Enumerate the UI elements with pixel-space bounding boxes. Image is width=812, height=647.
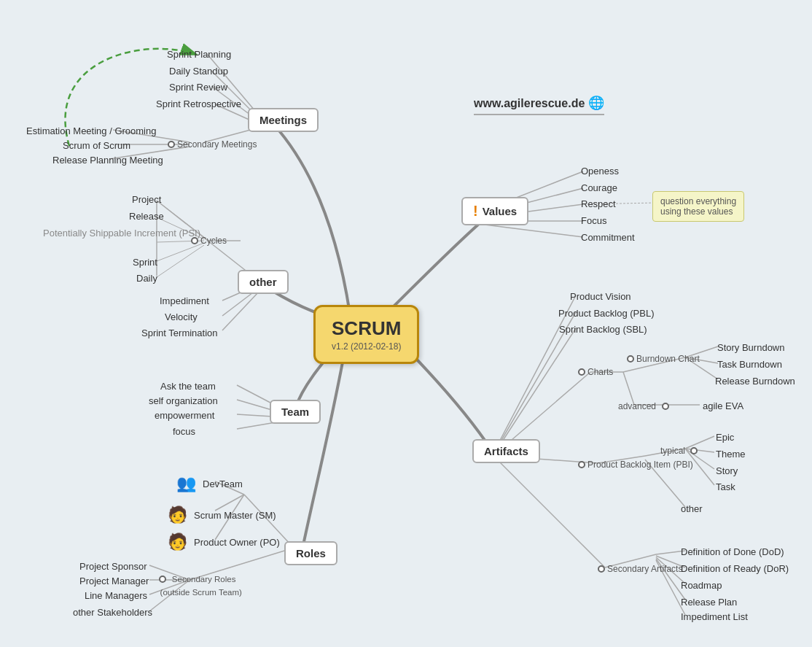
charts-connector: Charts: [578, 365, 613, 378]
line-managers: Line Managers: [82, 589, 150, 603]
story: Story: [713, 464, 741, 478]
ask-team: Ask the team: [157, 379, 219, 393]
cycle-project: Project: [129, 193, 164, 206]
center-label: SCRUM v1.2 (2012-02-18): [313, 305, 419, 364]
sprint-backlog-sbl: Sprint Backlog (SBL): [556, 322, 650, 336]
secondary-artifacts-connector: Secondary Artifacts: [598, 562, 682, 575]
pbi-other: other: [678, 502, 706, 516]
sprint-review: Sprint Review: [166, 80, 230, 94]
scrum-title: SCRUM: [332, 317, 401, 339]
scrum-of-scrum: Scrum of Scrum: [60, 139, 133, 152]
sprint-planning: Sprint Planning: [164, 47, 234, 61]
self-org: self organization: [146, 394, 221, 408]
scrum-version: v1.2 (2012-02-18): [332, 341, 401, 352]
estimation-meeting: Estimation Meeting / Grooming: [23, 124, 159, 138]
po-icon: 🧑: [168, 532, 187, 551]
artifacts-label: Artifacts: [484, 445, 528, 457]
release-planning: Release Planning Meeting: [50, 153, 166, 167]
roles-label: Roles: [296, 547, 326, 559]
typical-connector: typical: [660, 443, 700, 457]
openess: Openess: [578, 164, 622, 178]
svg-line-13: [485, 225, 583, 237]
devteam-icon: 👥: [176, 474, 196, 493]
velocity: Velocity: [162, 310, 200, 324]
story-burndown: Story Burndown: [714, 341, 788, 355]
cycle-sprint: Sprint: [130, 255, 160, 269]
dor: Definition of Ready (DoR): [678, 562, 792, 576]
burndown-connector: Burndown Chart: [627, 352, 700, 365]
values-note: question everythingusing these values: [652, 191, 744, 222]
svg-line-25: [222, 292, 259, 330]
advanced-connector: advanced: [618, 399, 671, 412]
meetings-branch: Meetings: [248, 108, 319, 132]
product-owner: 🧑 Product Owner (PO): [168, 532, 283, 551]
dod: Definition of Done (DoD): [678, 545, 787, 559]
scrum-master: 🧑 Scrum Master (SM): [168, 505, 279, 524]
product-backlog-pbl: Product Backlog (PBL): [555, 306, 657, 320]
focus-team: focus: [170, 425, 198, 438]
other-branch: other: [238, 270, 289, 294]
secondary-roles-connector: Secondary Roles (outside Scrum Team): [153, 572, 242, 598]
other-stakeholders: other Stakeholders: [70, 605, 155, 619]
roadmap: Roadmap: [678, 578, 725, 592]
svg-line-41: [496, 328, 576, 452]
svg-line-70: [157, 245, 204, 277]
sprint-termination: Sprint Termination: [138, 326, 221, 340]
cycle-psi: Potentially Shippable Increment (PSI): [40, 226, 203, 240]
other-label: other: [249, 276, 277, 288]
courage: Courage: [578, 181, 620, 195]
task-pbi: Task: [713, 480, 738, 494]
devteam: 👥 DevTeam: [176, 474, 246, 493]
daily-standup: Daily Standup: [166, 64, 231, 78]
team-branch: Team: [270, 400, 321, 424]
secondary-meetings-connector: Secondary Meetings: [168, 137, 257, 150]
values-branch: ! Values: [461, 197, 528, 225]
epic: Epic: [713, 430, 737, 444]
meetings-label: Meetings: [259, 114, 307, 126]
respect: Respect: [578, 197, 619, 211]
center-node: SCRUM v1.2 (2012-02-18): [313, 305, 419, 364]
svg-line-59: [496, 458, 605, 567]
task-burndown: Task Burndown: [714, 357, 785, 371]
pbi-connector: Product Backlog Item (PBI): [578, 457, 693, 470]
team-label: Team: [281, 406, 309, 418]
cycle-daily: Daily: [133, 271, 160, 285]
sprint-retrospective: Sprint Retrospective: [153, 97, 244, 111]
impediment: Impediment: [157, 294, 212, 308]
values-label: Values: [483, 205, 518, 217]
focus-val: Focus: [578, 214, 609, 228]
product-vision: Product Vision: [567, 290, 634, 303]
release-plan: Release Plan: [678, 595, 740, 609]
project-sponsor: Project Sponsor: [77, 559, 150, 573]
mindmap: SCRUM v1.2 (2012-02-18) www.agilerescue.…: [0, 0, 812, 647]
artifacts-branch: Artifacts: [472, 439, 540, 463]
cycle-release: Release: [126, 209, 167, 223]
agile-eva: agile EVA: [700, 399, 746, 413]
commitment: Commitment: [578, 230, 638, 244]
empowerment: empowerment: [152, 408, 217, 422]
release-burndown: Release Burndown: [712, 374, 798, 388]
project-manager: Project Manager: [77, 574, 152, 588]
website-text: www.agilerescue.de: [474, 97, 585, 109]
impediment-list: Impediment List: [678, 610, 751, 624]
roles-branch: Roles: [284, 541, 337, 565]
theme: Theme: [713, 447, 748, 461]
website-node: www.agilerescue.de 🌐: [474, 95, 604, 115]
sm-icon: 🧑: [168, 505, 187, 524]
